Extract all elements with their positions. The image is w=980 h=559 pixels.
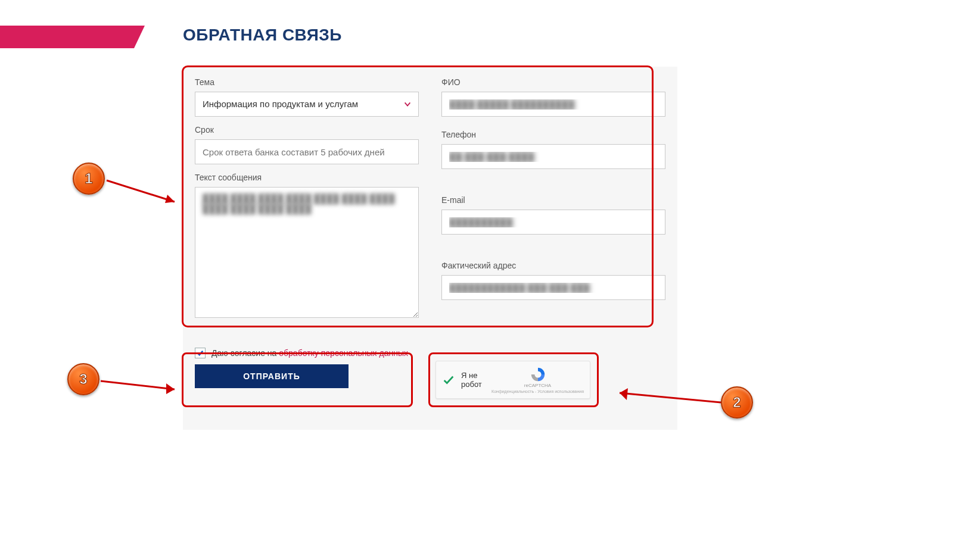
- svg-line-0: [107, 180, 175, 202]
- term-input: [195, 139, 419, 164]
- captcha-brand-text: reCAPTCHA: [524, 383, 551, 388]
- fio-label: ФИО: [441, 77, 665, 87]
- consent-text: Даю согласие на обработку персональных д…: [211, 348, 408, 358]
- consent-prefix: Даю согласие на: [211, 348, 279, 358]
- message-label: Текст сообщения: [195, 173, 419, 182]
- message-textarea[interactable]: [195, 187, 419, 318]
- phone-label: Телефон: [441, 130, 665, 139]
- recaptcha-icon: [530, 366, 546, 383]
- term-label: Срок: [195, 125, 419, 135]
- fio-input[interactable]: [441, 92, 665, 117]
- svg-marker-3: [166, 383, 175, 394]
- annotation-bubble-1: 1: [73, 163, 105, 195]
- header-accent-bar: [0, 26, 134, 48]
- email-input[interactable]: [441, 210, 665, 235]
- consent-link[interactable]: обработку персональных данных: [279, 348, 408, 358]
- address-label: Фактический адрес: [441, 261, 665, 270]
- recaptcha-widget[interactable]: Я не робот reCAPTCHA Конфиденциальность …: [435, 361, 590, 399]
- captcha-sub-text: Конфиденциальность - Условия использован…: [491, 389, 584, 394]
- address-input[interactable]: [441, 275, 665, 300]
- annotation-arrow-2: [608, 387, 727, 411]
- svg-line-2: [101, 381, 175, 389]
- submit-button[interactable]: ОТПРАВИТЬ: [195, 364, 349, 388]
- captcha-label: Я не робот: [461, 371, 491, 389]
- annotation-arrow-3: [98, 375, 188, 399]
- phone-input[interactable]: [441, 144, 665, 169]
- svg-line-4: [620, 393, 721, 402]
- feedback-form-panel: Тема Информация по продуктам и услугам С…: [183, 67, 677, 430]
- topic-select[interactable]: Информация по продуктам и услугам: [195, 92, 419, 117]
- checkmark-icon: [442, 373, 455, 386]
- captcha-brand: reCAPTCHA Конфиденциальность - Условия и…: [491, 366, 584, 394]
- page-title: ОБРАТНАЯ СВЯЗЬ: [183, 26, 342, 45]
- annotation-arrow-1: [104, 176, 188, 211]
- svg-marker-5: [620, 388, 628, 400]
- annotation-bubble-2: 2: [721, 386, 753, 419]
- annotation-bubble-3: 3: [67, 363, 99, 395]
- consent-checkbox[interactable]: [195, 348, 206, 358]
- topic-label: Тема: [195, 77, 419, 87]
- email-label: E-mail: [441, 195, 665, 205]
- svg-marker-1: [165, 195, 175, 203]
